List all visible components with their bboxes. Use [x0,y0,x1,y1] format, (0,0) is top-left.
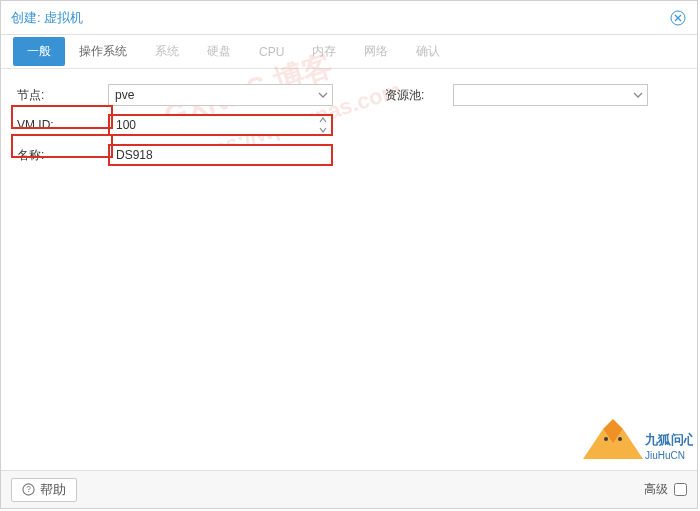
advanced-checkbox[interactable] [674,483,687,496]
wizard-tabbar: 一般 操作系统 系统 硬盘 CPU 内存 网络 确认 [1,35,697,69]
logo-text-bottom: JiuHuCN [645,450,685,461]
brand-watermark: 九狐问心 JiuHuCN [573,414,693,474]
tab-general[interactable]: 一般 [13,37,65,66]
svg-point-2 [618,437,622,441]
help-button[interactable]: ? 帮助 [11,478,77,502]
tab-confirm: 确认 [402,37,454,66]
dialog-title: 创建: 虚拟机 [11,9,83,27]
create-vm-dialog: 创建: 虚拟机 一般 操作系统 系统 硬盘 CPU 内存 网络 确认 GXNAS… [0,0,698,509]
dialog-footer: ? 帮助 高级 [1,470,697,508]
node-label: 节点: [13,87,108,104]
advanced-label: 高级 [644,481,668,498]
tab-cpu: CPU [245,39,298,65]
logo-text-top: 九狐问心 [644,432,693,447]
pool-input[interactable] [453,84,648,106]
svg-text:?: ? [26,484,31,494]
chevron-up-icon[interactable] [319,115,327,125]
name-label: 名称: [13,147,108,164]
vmid-spinner[interactable] [108,114,333,136]
row-vmid: VM ID: [13,113,353,137]
help-icon: ? [22,483,35,496]
node-input[interactable] [108,84,333,106]
chevron-down-icon[interactable] [314,85,332,105]
spinner-buttons[interactable] [314,115,332,135]
pool-label: 资源池: [381,87,453,104]
dialog-titlebar: 创建: 虚拟机 [1,1,697,35]
chevron-down-icon[interactable] [319,125,327,135]
help-label: 帮助 [40,481,66,499]
tab-disk: 硬盘 [193,37,245,66]
row-node: 节点: [13,83,353,107]
row-name: 名称: [13,143,353,167]
svg-point-1 [604,437,608,441]
close-icon[interactable] [669,9,687,27]
tab-network: 网络 [350,37,402,66]
vmid-label: VM ID: [13,118,108,132]
form-area: 节点: VM ID: [1,69,697,173]
node-combo[interactable] [108,84,333,106]
vmid-input[interactable] [108,114,333,136]
row-pool: 资源池: [381,83,685,107]
advanced-toggle[interactable]: 高级 [644,481,687,498]
name-input[interactable] [108,144,333,166]
pool-combo[interactable] [453,84,648,106]
tab-system: 系统 [141,37,193,66]
tab-os[interactable]: 操作系统 [65,37,141,66]
tab-memory: 内存 [298,37,350,66]
chevron-down-icon[interactable] [629,85,647,105]
